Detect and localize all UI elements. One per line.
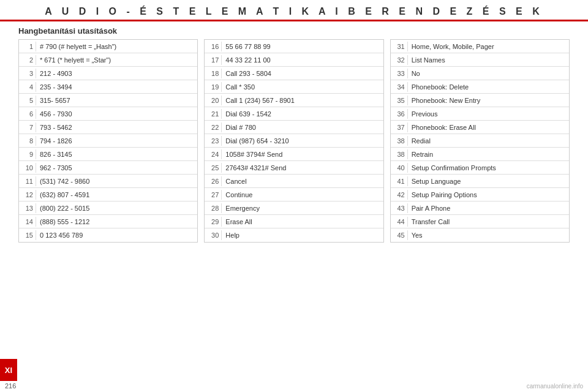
- row-value: Continue: [222, 190, 383, 200]
- row-value: (888) 555 - 1212: [36, 217, 197, 227]
- row-number: 25: [205, 163, 222, 173]
- table-row: 30Help: [205, 228, 383, 242]
- row-value: Phonebook: Erase All: [408, 123, 569, 132]
- row-value: Home, Work, Mobile, Pager: [408, 42, 569, 51]
- table-row: 20Call 1 (234) 567 - 8901: [205, 94, 383, 107]
- table-row: 37Phonebook: Erase All: [391, 121, 569, 134]
- row-number: 3: [19, 69, 36, 78]
- section-title: Hangbetanítási utasítások: [0, 21, 588, 39]
- row-value: 212 - 4903: [36, 69, 197, 78]
- row-number: 40: [391, 163, 408, 173]
- row-number: 34: [391, 82, 408, 92]
- table-row: 13(800) 222 - 5015: [19, 202, 197, 215]
- table-row: 241058# 3794# Send: [205, 148, 383, 161]
- row-number: 16: [205, 42, 222, 51]
- table-row: 38Retrain: [391, 148, 569, 161]
- table-row: 5315- 5657: [19, 94, 197, 107]
- table-row: 32List Names: [391, 53, 569, 67]
- row-value: Previous: [408, 109, 569, 119]
- row-value: 962 - 7305: [36, 163, 197, 173]
- row-number: 22: [205, 123, 222, 132]
- row-value: Call 293 - 5804: [222, 69, 383, 78]
- row-number: 1: [19, 42, 36, 51]
- row-value: 0 123 456 789: [36, 230, 197, 240]
- row-number: 21: [205, 109, 222, 119]
- table-row: 22Dial # 780: [205, 121, 383, 134]
- row-number: 45: [391, 230, 408, 240]
- row-value: Cancel: [222, 176, 383, 186]
- table-row: 12(632) 807 - 4591: [19, 188, 197, 202]
- table-row: 10962 - 7305: [19, 161, 197, 175]
- table-row: 27Continue: [205, 188, 383, 202]
- table-row: 1744 33 22 11 00: [205, 53, 383, 67]
- row-number: 11: [19, 176, 36, 186]
- column-3: 31Home, Work, Mobile, Pager32List Names3…: [390, 39, 570, 243]
- row-number: 20: [205, 96, 222, 105]
- row-value: Redial: [408, 136, 569, 146]
- row-number: 38: [391, 136, 408, 146]
- row-value: Transfer Call: [408, 217, 569, 227]
- row-number: 42: [391, 190, 408, 200]
- content-area: 1# 790 (# helyett = „Hash")2* 671 (* hel…: [0, 39, 588, 243]
- table-row: 4235 - 3494: [19, 80, 197, 94]
- row-number: 7: [19, 123, 36, 132]
- column-1: 1# 790 (# helyett = „Hash")2* 671 (* hel…: [18, 39, 198, 243]
- row-number: 35: [391, 96, 408, 105]
- row-value: Retrain: [408, 149, 569, 159]
- row-value: (632) 807 - 4591: [36, 190, 197, 200]
- row-value: Dial (987) 654 - 3210: [222, 136, 383, 146]
- row-number: 17: [205, 55, 222, 65]
- row-value: Dial # 780: [222, 123, 383, 132]
- table-row: 1655 66 77 88 99: [205, 40, 383, 53]
- watermark: carmanualonline.info: [527, 383, 583, 390]
- table-row: 8794 - 1826: [19, 134, 197, 148]
- table-row: 19Call * 350: [205, 80, 383, 94]
- table-row: 7793 - 5462: [19, 121, 197, 134]
- row-number: 23: [205, 136, 222, 146]
- table-row: 42Setup Pairing Options: [391, 188, 569, 202]
- table-row: 33No: [391, 67, 569, 80]
- table-row: 43Pair A Phone: [391, 202, 569, 215]
- row-number: 31: [391, 42, 408, 51]
- row-number: 28: [205, 203, 222, 213]
- row-number: 18: [205, 69, 222, 78]
- table-row: 35Phonebook: New Entry: [391, 94, 569, 107]
- row-value: Setup Pairing Options: [408, 190, 569, 200]
- table-row: 18Call 293 - 5804: [205, 67, 383, 80]
- row-number: 41: [391, 176, 408, 186]
- row-number: 36: [391, 109, 408, 119]
- row-number: 30: [205, 230, 222, 240]
- page-header: A U D I O - É S T E L E M A T I K A I B …: [0, 0, 588, 21]
- table-row: 23Dial (987) 654 - 3210: [205, 134, 383, 148]
- row-number: 37: [391, 123, 408, 132]
- table-row: 28Emergency: [205, 202, 383, 215]
- row-value: 315- 5657: [36, 96, 197, 105]
- row-value: Yes: [408, 230, 569, 240]
- row-value: * 671 (* helyett = „Star"): [36, 55, 197, 65]
- row-number: 9: [19, 149, 36, 159]
- row-number: 26: [205, 176, 222, 186]
- table-row: 9826 - 3145: [19, 148, 197, 161]
- row-value: # 790 (# helyett = „Hash"): [36, 42, 197, 51]
- page-title: A U D I O - É S T E L E M A T I K A I B …: [12, 6, 576, 17]
- row-value: Pair A Phone: [408, 203, 569, 213]
- row-number: 8: [19, 136, 36, 146]
- table-row: 38Redial: [391, 134, 569, 148]
- row-value: 826 - 3145: [36, 149, 197, 159]
- table-row: 29Erase All: [205, 215, 383, 228]
- row-value: Phonebook: Delete: [408, 82, 569, 92]
- row-value: Setup Confirmation Prompts: [408, 163, 569, 173]
- row-number: 10: [19, 163, 36, 173]
- row-number: 5: [19, 96, 36, 105]
- row-value: Call * 350: [222, 82, 383, 92]
- table-row: 36Previous: [391, 107, 569, 121]
- row-value: List Names: [408, 55, 569, 65]
- table-row: 6456 - 7930: [19, 107, 197, 121]
- row-value: Help: [222, 230, 383, 240]
- row-number: 29: [205, 217, 222, 227]
- row-number: 33: [391, 69, 408, 78]
- row-value: 27643# 4321# Send: [222, 163, 383, 173]
- table-row: 11(531) 742 - 9860: [19, 175, 197, 188]
- table-row: 150 123 456 789: [19, 228, 197, 242]
- table-row: 40Setup Confirmation Prompts: [391, 161, 569, 175]
